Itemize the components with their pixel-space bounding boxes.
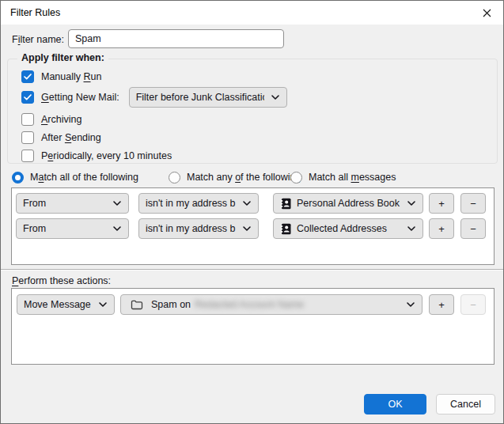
perform-actions-label: Perform these actions:	[12, 275, 111, 286]
actions-list: Move Message to Spam on Redacted Account…	[11, 288, 495, 365]
chevron-down-icon	[242, 200, 252, 206]
manually-run-label: Manually Run	[41, 71, 101, 82]
chevron-down-icon	[112, 225, 122, 232]
match-all-label: Match all of the following	[30, 172, 138, 183]
manually-run-row: Manually Run	[21, 70, 101, 84]
condition-attribute-dropdown[interactable]: From	[16, 218, 129, 239]
match-all-radio-group[interactable]: Match all of the following	[12, 170, 138, 184]
archiving-label: Archiving	[41, 114, 81, 125]
match-all-messages-radio[interactable]	[290, 172, 302, 184]
remove-condition-button[interactable]: −	[460, 218, 486, 239]
condition-row: From isn't in my address b... Collected …	[16, 218, 486, 239]
chevron-down-icon	[407, 200, 416, 206]
filter-name-label: Filter name:	[12, 34, 64, 45]
apply-filter-when-legend: Apply filter when:	[17, 52, 108, 63]
archiving-row: Archiving	[21, 112, 81, 127]
action-folder-label: Spam on	[151, 299, 191, 310]
match-any-radio-group[interactable]: Match any of the following	[169, 170, 301, 184]
periodically-checkbox[interactable]	[21, 150, 34, 162]
condition-attribute-dropdown[interactable]: From	[16, 193, 129, 214]
after-sending-checkbox[interactable]	[21, 131, 34, 144]
close-button[interactable]	[470, 1, 503, 25]
filter-name-input[interactable]	[68, 29, 284, 48]
match-any-label: Match any of the following	[187, 172, 301, 183]
condition-value-dropdown[interactable]: Personal Address Book	[273, 193, 423, 214]
action-folder-account-redacted: Redacted Account Name	[195, 299, 304, 310]
check-icon	[24, 74, 32, 80]
getting-new-mail-checkbox[interactable]	[21, 91, 34, 104]
add-condition-button[interactable]: +	[429, 193, 454, 214]
add-condition-button[interactable]: +	[429, 218, 454, 239]
cancel-button[interactable]: Cancel	[436, 394, 495, 415]
address-book-icon	[280, 198, 292, 210]
action-type-dropdown[interactable]: Move Message to	[17, 294, 115, 315]
chevron-down-icon	[407, 225, 416, 232]
match-all-messages-label: Match all messages	[309, 172, 396, 183]
ok-button[interactable]: OK	[364, 394, 426, 415]
chevron-down-icon	[242, 225, 252, 232]
match-all-radio[interactable]	[12, 172, 24, 184]
getting-new-mail-label: Getting New Mail:	[41, 92, 119, 103]
chevron-down-icon	[112, 200, 122, 206]
titlebar: Filter Rules	[1, 1, 503, 25]
getting-new-mail-row: Getting New Mail: Filter before Junk Cla…	[21, 87, 287, 108]
filter-rules-dialog: Filter Rules Filter name: Apply filter w…	[0, 0, 504, 424]
remove-action-button[interactable]: −	[460, 294, 486, 315]
remove-condition-button[interactable]: −	[460, 193, 486, 214]
dialog-title: Filter Rules	[10, 7, 60, 18]
section-divider	[1, 269, 504, 271]
close-icon	[483, 9, 491, 17]
folder-icon	[131, 300, 143, 310]
periodically-row: Periodically, every 10 minutes	[21, 149, 172, 163]
manually-run-checkbox[interactable]	[21, 70, 34, 83]
condition-operator-dropdown[interactable]: isn't in my address b...	[138, 218, 259, 239]
conditions-list: From isn't in my address b... Personal A…	[11, 187, 495, 265]
action-folder-dropdown[interactable]: Spam on Redacted Account Name	[120, 294, 423, 315]
junk-classification-dropdown[interactable]: Filter before Junk Classification	[129, 87, 287, 108]
chevron-down-icon	[406, 301, 415, 308]
chevron-down-icon	[98, 301, 108, 308]
apply-filter-when-group: Apply filter when: Manually Run Getting …	[7, 59, 498, 164]
check-icon	[24, 94, 32, 100]
action-row: Move Message to Spam on Redacted Account…	[17, 294, 486, 315]
chevron-down-icon	[271, 94, 280, 100]
archiving-checkbox[interactable]	[21, 113, 34, 126]
after-sending-row: After Sending	[21, 131, 101, 145]
condition-value-dropdown[interactable]: Collected Addresses	[273, 218, 423, 239]
match-any-radio[interactable]	[169, 172, 180, 184]
periodically-label: Periodically, every 10 minutes	[41, 150, 172, 161]
match-all-messages-radio-group[interactable]: Match all messages	[290, 170, 396, 184]
condition-operator-dropdown[interactable]: isn't in my address b...	[138, 193, 259, 214]
after-sending-label: After Sending	[41, 132, 101, 143]
add-action-button[interactable]: +	[429, 294, 454, 315]
condition-row: From isn't in my address b... Personal A…	[16, 193, 486, 214]
address-book-icon	[280, 223, 292, 235]
